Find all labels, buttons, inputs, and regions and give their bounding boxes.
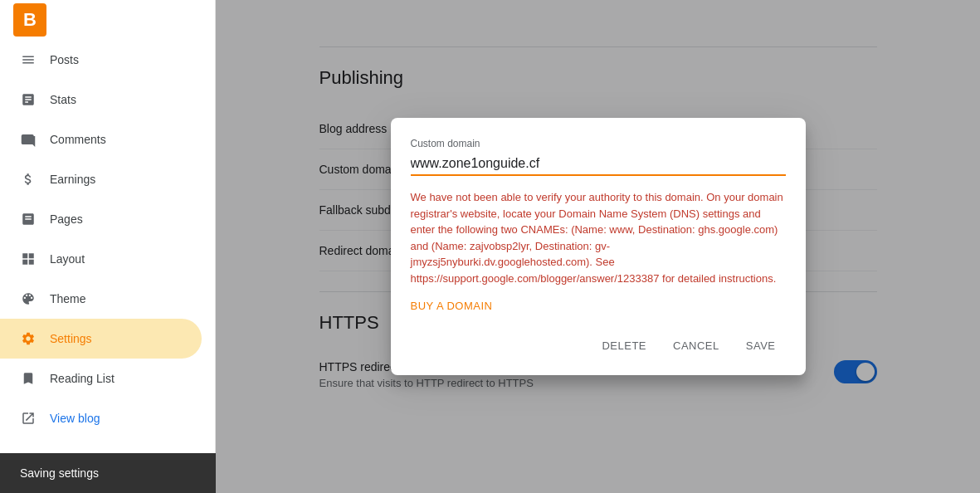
snackbar: Saving settings [0,453,216,493]
posts-icon [20,51,37,68]
sidebar-item-earnings[interactable]: Earnings [0,159,202,199]
sidebar-item-reading-list[interactable]: Reading List [0,359,202,398]
view-blog-icon [20,410,37,427]
sidebar-item-pages[interactable]: Pages [0,199,202,239]
layout-icon [20,251,37,267]
stats-icon [20,91,37,108]
comments-icon [20,131,37,148]
save-button[interactable]: SAVE [736,333,786,359]
snackbar-text: Saving settings [20,466,99,480]
sidebar-item-comments[interactable]: Comments [0,120,202,159]
buy-domain-button[interactable]: BUY A DOMAIN [411,300,493,312]
settings-icon [20,330,37,347]
sidebar-item-layout[interactable]: Layout [0,239,202,279]
sidebar: B Posts Stats Comments [0,0,216,493]
main-content: Publishing Blog address zone1onguide.blo… [216,0,980,493]
sidebar-item-view-blog[interactable]: View blog [0,398,202,438]
custom-domain-input[interactable] [411,153,786,176]
sidebar-item-stats[interactable]: Stats [0,80,202,120]
earnings-icon [20,171,37,188]
custom-domain-dialog: Custom domain We have not been able to v… [391,118,806,375]
cancel-button[interactable]: CANCEL [663,333,729,359]
sidebar-item-settings[interactable]: Settings [0,319,202,359]
sidebar-item-reading-list-label: Reading List [50,372,115,385]
dialog-actions: DELETE CANCEL SAVE [411,333,786,359]
theme-icon [20,290,37,307]
reading-list-icon [20,370,37,387]
sidebar-logo: B [0,0,215,40]
sidebar-item-view-blog-label: View blog [50,412,100,425]
sidebar-item-earnings-label: Earnings [50,173,95,186]
sidebar-item-settings-label: Settings [50,332,92,345]
modal-overlay: Custom domain We have not been able to v… [216,0,980,493]
pages-icon [20,211,37,227]
sidebar-item-comments-label: Comments [50,133,106,146]
sidebar-item-pages-label: Pages [50,212,83,226]
sidebar-item-stats-label: Stats [50,93,76,106]
dialog-label: Custom domain [411,138,786,149]
sidebar-item-layout-label: Layout [50,252,85,266]
app-root: B Posts Stats Comments [0,0,980,493]
sidebar-item-posts-label: Posts [50,53,79,66]
sidebar-item-theme[interactable]: Theme [0,279,202,319]
sidebar-item-theme-label: Theme [50,292,86,305]
sidebar-item-posts[interactable]: Posts [0,40,202,80]
sidebar-nav: Posts Stats Comments Earnings [0,40,215,453]
dialog-error-message: We have not been able to verify your aut… [411,189,786,286]
delete-button[interactable]: DELETE [592,333,656,359]
app-logo: B [13,3,46,37]
